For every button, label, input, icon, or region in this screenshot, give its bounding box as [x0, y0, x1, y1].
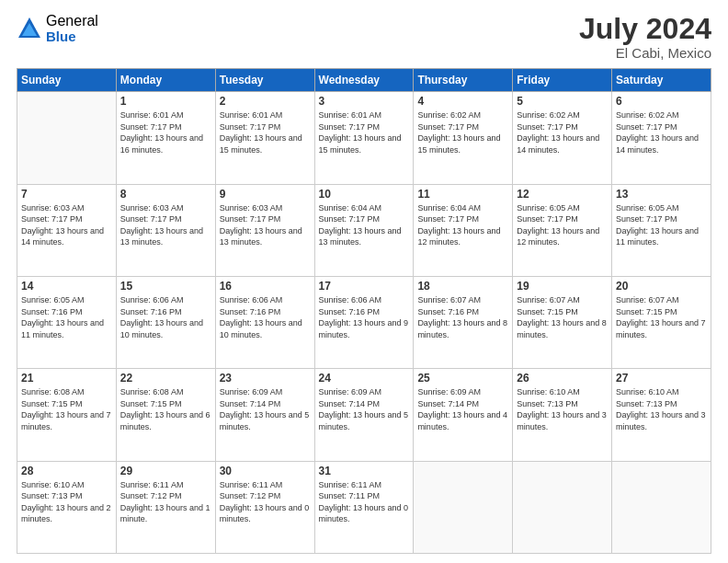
day-number: 19	[517, 280, 608, 293]
calendar-cell: 26Sunrise: 6:10 AMSunset: 7:13 PMDayligh…	[513, 369, 612, 461]
day-number: 28	[21, 465, 112, 477]
title-block: July 2024 El Cabi, Mexico	[579, 13, 711, 61]
calendar-cell	[513, 461, 612, 553]
calendar-cell: 27Sunrise: 6:10 AMSunset: 7:13 PMDayligh…	[612, 369, 711, 461]
day-info: Sunrise: 6:09 AMSunset: 7:14 PMDaylight:…	[220, 386, 311, 432]
calendar-cell: 22Sunrise: 6:08 AMSunset: 7:15 PMDayligh…	[116, 369, 215, 461]
day-info: Sunrise: 6:03 AMSunset: 7:17 PMDaylight:…	[120, 202, 211, 248]
calendar-cell: 20Sunrise: 6:07 AMSunset: 7:15 PMDayligh…	[612, 276, 711, 368]
day-info: Sunrise: 6:07 AMSunset: 7:16 PMDaylight:…	[417, 294, 508, 340]
day-number: 4	[417, 95, 508, 108]
weekday-header-saturday: Saturday	[612, 69, 711, 92]
day-info: Sunrise: 6:01 AMSunset: 7:17 PMDaylight:…	[120, 109, 211, 155]
day-number: 12	[517, 188, 608, 201]
day-info: Sunrise: 6:01 AMSunset: 7:17 PMDaylight:…	[220, 109, 311, 155]
day-info: Sunrise: 6:11 AMSunset: 7:11 PMDaylight:…	[319, 479, 410, 525]
day-number: 10	[319, 188, 410, 201]
calendar-cell: 16Sunrise: 6:06 AMSunset: 7:16 PMDayligh…	[215, 276, 314, 368]
weekday-header-thursday: Thursday	[414, 69, 513, 92]
calendar-cell: 1Sunrise: 6:01 AMSunset: 7:17 PMDaylight…	[116, 92, 215, 184]
calendar-cell: 15Sunrise: 6:06 AMSunset: 7:16 PMDayligh…	[116, 276, 215, 368]
calendar-cell: 8Sunrise: 6:03 AMSunset: 7:17 PMDaylight…	[116, 184, 215, 276]
day-number: 8	[120, 188, 211, 201]
day-info: Sunrise: 6:06 AMSunset: 7:16 PMDaylight:…	[220, 294, 311, 340]
day-number: 13	[616, 188, 707, 201]
day-info: Sunrise: 6:08 AMSunset: 7:15 PMDaylight:…	[120, 386, 211, 432]
calendar-cell	[17, 92, 117, 184]
day-number: 22	[120, 372, 211, 385]
calendar-table: SundayMondayTuesdayWednesdayThursdayFrid…	[17, 68, 711, 554]
calendar-cell	[612, 461, 711, 553]
weekday-header-monday: Monday	[116, 69, 215, 92]
day-number: 31	[319, 465, 410, 477]
day-number: 30	[220, 465, 311, 477]
day-info: Sunrise: 6:07 AMSunset: 7:15 PMDaylight:…	[517, 294, 608, 340]
day-info: Sunrise: 6:10 AMSunset: 7:13 PMDaylight:…	[616, 386, 707, 432]
day-info: Sunrise: 6:05 AMSunset: 7:17 PMDaylight:…	[616, 202, 707, 248]
day-number: 21	[21, 372, 112, 385]
calendar-cell: 30Sunrise: 6:11 AMSunset: 7:12 PMDayligh…	[215, 461, 314, 553]
day-number: 9	[220, 188, 311, 201]
day-number: 3	[319, 95, 410, 108]
day-number: 6	[616, 95, 707, 108]
day-number: 26	[517, 372, 608, 385]
day-info: Sunrise: 6:04 AMSunset: 7:17 PMDaylight:…	[417, 202, 508, 248]
day-number: 2	[220, 95, 311, 108]
page: General Blue July 2024 El Cabi, Mexico S…	[0, 0, 728, 563]
day-number: 7	[21, 188, 112, 201]
day-number: 5	[517, 95, 608, 108]
calendar-cell: 7Sunrise: 6:03 AMSunset: 7:17 PMDaylight…	[17, 184, 117, 276]
calendar-cell: 11Sunrise: 6:04 AMSunset: 7:17 PMDayligh…	[414, 184, 513, 276]
day-info: Sunrise: 6:03 AMSunset: 7:17 PMDaylight:…	[220, 202, 311, 248]
calendar-cell: 5Sunrise: 6:02 AMSunset: 7:17 PMDaylight…	[513, 92, 612, 184]
calendar-cell: 9Sunrise: 6:03 AMSunset: 7:17 PMDaylight…	[215, 184, 314, 276]
weekday-header-sunday: Sunday	[17, 69, 117, 92]
calendar-cell: 10Sunrise: 6:04 AMSunset: 7:17 PMDayligh…	[314, 184, 414, 276]
calendar-week-3: 21Sunrise: 6:08 AMSunset: 7:15 PMDayligh…	[17, 369, 711, 461]
day-number: 20	[616, 280, 707, 293]
calendar-cell: 28Sunrise: 6:10 AMSunset: 7:13 PMDayligh…	[17, 461, 117, 553]
calendar-cell: 18Sunrise: 6:07 AMSunset: 7:16 PMDayligh…	[414, 276, 513, 368]
day-number: 18	[417, 280, 508, 293]
day-number: 29	[120, 465, 211, 477]
calendar-week-2: 14Sunrise: 6:05 AMSunset: 7:16 PMDayligh…	[17, 276, 711, 368]
day-number: 17	[319, 280, 410, 293]
day-info: Sunrise: 6:06 AMSunset: 7:16 PMDaylight:…	[120, 294, 211, 340]
day-info: Sunrise: 6:08 AMSunset: 7:15 PMDaylight:…	[21, 386, 112, 432]
weekday-header-friday: Friday	[513, 69, 612, 92]
calendar-cell: 4Sunrise: 6:02 AMSunset: 7:17 PMDaylight…	[414, 92, 513, 184]
day-info: Sunrise: 6:02 AMSunset: 7:17 PMDaylight:…	[616, 109, 707, 155]
day-info: Sunrise: 6:11 AMSunset: 7:12 PMDaylight:…	[120, 479, 211, 525]
day-number: 15	[120, 280, 211, 293]
calendar-cell: 25Sunrise: 6:09 AMSunset: 7:14 PMDayligh…	[414, 369, 513, 461]
calendar-cell: 6Sunrise: 6:02 AMSunset: 7:17 PMDaylight…	[612, 92, 711, 184]
day-number: 24	[319, 372, 410, 385]
day-number: 16	[220, 280, 311, 293]
calendar-cell: 14Sunrise: 6:05 AMSunset: 7:16 PMDayligh…	[17, 276, 117, 368]
calendar-cell: 21Sunrise: 6:08 AMSunset: 7:15 PMDayligh…	[17, 369, 117, 461]
calendar-cell	[414, 461, 513, 553]
calendar-cell: 29Sunrise: 6:11 AMSunset: 7:12 PMDayligh…	[116, 461, 215, 553]
calendar-week-4: 28Sunrise: 6:10 AMSunset: 7:13 PMDayligh…	[17, 461, 711, 553]
calendar-week-1: 7Sunrise: 6:03 AMSunset: 7:17 PMDaylight…	[17, 184, 711, 276]
calendar-cell: 17Sunrise: 6:06 AMSunset: 7:16 PMDayligh…	[314, 276, 414, 368]
weekday-header-wednesday: Wednesday	[314, 69, 414, 92]
calendar-cell: 2Sunrise: 6:01 AMSunset: 7:17 PMDaylight…	[215, 92, 314, 184]
day-info: Sunrise: 6:05 AMSunset: 7:17 PMDaylight:…	[517, 202, 608, 248]
day-info: Sunrise: 6:06 AMSunset: 7:16 PMDaylight:…	[319, 294, 410, 340]
day-number: 11	[417, 188, 508, 201]
calendar-cell: 3Sunrise: 6:01 AMSunset: 7:17 PMDaylight…	[314, 92, 414, 184]
logo-blue: Blue	[46, 29, 98, 45]
logo-text: General Blue	[46, 13, 98, 44]
weekday-header-tuesday: Tuesday	[215, 69, 314, 92]
day-info: Sunrise: 6:09 AMSunset: 7:14 PMDaylight:…	[417, 386, 508, 432]
day-info: Sunrise: 6:04 AMSunset: 7:17 PMDaylight:…	[319, 202, 410, 248]
day-info: Sunrise: 6:07 AMSunset: 7:15 PMDaylight:…	[616, 294, 707, 340]
day-number: 1	[120, 95, 211, 108]
day-info: Sunrise: 6:01 AMSunset: 7:17 PMDaylight:…	[319, 109, 410, 155]
day-info: Sunrise: 6:05 AMSunset: 7:16 PMDaylight:…	[21, 294, 112, 340]
day-info: Sunrise: 6:10 AMSunset: 7:13 PMDaylight:…	[517, 386, 608, 432]
calendar-cell: 13Sunrise: 6:05 AMSunset: 7:17 PMDayligh…	[612, 184, 711, 276]
day-number: 27	[616, 372, 707, 385]
calendar-cell: 19Sunrise: 6:07 AMSunset: 7:15 PMDayligh…	[513, 276, 612, 368]
